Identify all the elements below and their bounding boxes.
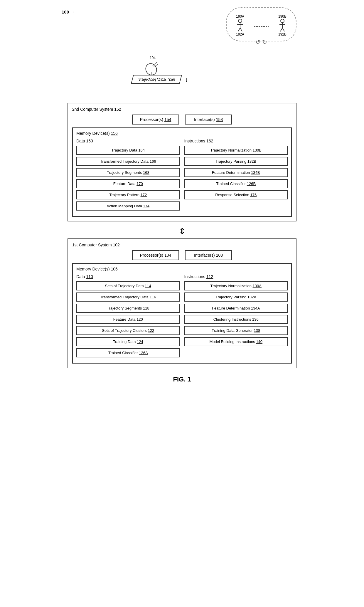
list-item: Trajectory Parsing 132A <box>184 292 288 302</box>
list-item: Trained Classifier 126A <box>76 348 180 357</box>
first-instructions-title: Instructions 112 <box>184 274 288 279</box>
first-system-top-row: Processor(s) 104 Interface(s) 108 <box>72 250 292 260</box>
list-item: Transformed Trajectory Data 166 <box>76 157 180 166</box>
list-item: Feature Data 120 <box>76 315 180 324</box>
page: 100 → 190A 192A <box>62 6 302 389</box>
second-instructions-title: Instructions 162 <box>184 139 288 143</box>
list-item: Trajectory Parsing 132B <box>184 157 288 166</box>
dashed-connector <box>254 25 269 28</box>
first-system-title: 1st Computer System 102 <box>72 243 292 247</box>
cloud-shape: 190A 192A <box>226 7 296 41</box>
double-arrow-icon: ⇕ <box>179 227 186 236</box>
first-memory-columns: Data 110 Sets of Trajectory Data 114Tran… <box>76 274 288 359</box>
svg-point-6 <box>281 19 284 23</box>
trajectory-data-top: Trajectory Data 196 ↓ <box>132 75 188 84</box>
trajectory-data-box: Trajectory Data 196 <box>131 75 182 84</box>
second-computer-system-box: 2nd Computer System 152 Processor(s) 154… <box>68 103 296 221</box>
first-processor-box: Processor(s) 104 <box>132 250 179 260</box>
list-item: Sets of Trajectory Data 114 <box>76 281 180 290</box>
second-memory-columns: Data 160 Trajectory Data 164Transformed … <box>76 139 288 213</box>
second-interface-box: Interface(s) 158 <box>185 115 232 125</box>
first-instructions-items-list: Trajectory Normalization 130ATrajectory … <box>184 281 288 346</box>
second-memory-box: Memory Device(s) 156 Data 160 Trajectory <box>72 127 292 217</box>
second-instructions-column: Instructions 162 Trajectory Normalizatio… <box>184 139 288 213</box>
first-data-items-list: Sets of Trajectory Data 114Transformed T… <box>76 281 180 357</box>
second-data-items-list: Trajectory Data 164Transformed Trajector… <box>76 146 180 211</box>
person-a-icon <box>236 19 245 32</box>
list-item: Sets of Trajectory Clusters 122 <box>76 326 180 335</box>
download-arrow-icon: ↓ <box>185 76 188 83</box>
list-item: Feature Data 170 <box>76 179 180 188</box>
list-item: Trajectory Normalization 130B <box>184 146 288 155</box>
list-item: Trajectory Data 164 <box>76 146 180 155</box>
second-system-top-row: Processor(s) 154 Interface(s) 158 <box>72 115 292 125</box>
svg-point-0 <box>238 19 242 23</box>
first-data-title: Data 110 <box>76 274 180 279</box>
list-item: Training Data 124 <box>76 337 180 346</box>
list-item: Trajectory Segments 168 <box>76 168 180 177</box>
second-memory-title: Memory Device(s) 156 <box>76 131 288 136</box>
second-data-column: Data 160 Trajectory Data 164Transformed … <box>76 139 180 213</box>
first-memory-box: Memory Device(s) 106 Data 110 Sets of Tr… <box>72 263 292 364</box>
first-memory-title: Memory Device(s) 106 <box>76 267 288 271</box>
dashed-line-icon <box>254 25 269 28</box>
svg-line-10 <box>282 28 284 31</box>
first-computer-system-box: 1st Computer System 102 Processor(s) 104… <box>68 238 296 368</box>
trajectory-data-label: Trajectory Data 196 <box>138 77 175 82</box>
person-b-icon <box>278 19 287 32</box>
list-item: Trajectory Normalization 130A <box>184 281 288 290</box>
list-item: Action Mapping Data 174 <box>76 201 180 211</box>
person-a: 190A 192A <box>236 14 245 36</box>
figures-inside: 190A 192A <box>231 14 291 36</box>
person-b: 190B 192B <box>278 14 287 36</box>
figure-caption: FIG. 1 <box>68 376 296 383</box>
second-system-title: 2nd Computer System 152 <box>72 107 292 112</box>
first-interface-box: Interface(s) 108 <box>185 250 232 260</box>
svg-line-3 <box>238 28 240 31</box>
second-data-title: Data 160 <box>76 139 180 143</box>
svg-line-9 <box>280 28 282 31</box>
svg-line-4 <box>240 28 242 31</box>
cloud-figures-area: 190A 192A <box>223 7 299 46</box>
list-item: Trajectory Segments 118 <box>76 304 180 313</box>
list-item: Response Selection 176 <box>184 190 288 199</box>
list-item: Training Data Generator 138 <box>184 326 288 335</box>
second-processor-box: Processor(s) 154 <box>132 115 179 125</box>
arrow-right-icon: → <box>70 9 75 15</box>
ref-100-label: 100 → <box>62 9 75 15</box>
first-data-column: Data 110 Sets of Trajectory Data 114Tran… <box>76 274 180 359</box>
second-instructions-items-list: Trajectory Normalization 130BTrajectory … <box>184 146 288 199</box>
list-item: Trained Classifier 126B <box>184 179 288 188</box>
first-instructions-column: Instructions 112 Trajectory Normalizatio… <box>184 274 288 359</box>
list-item: Feature Determination 134A <box>184 304 288 313</box>
list-item: Trajectory Pattern 172 <box>76 190 180 199</box>
list-item: Feature Determination 134B <box>184 168 288 177</box>
list-item: Clustering Instructions 136 <box>184 315 288 324</box>
list-item: Model Building Instructions 140 <box>184 337 288 346</box>
inter-system-arrow: ⇕ <box>68 227 296 236</box>
list-item: Transformed Trajectory Data 116 <box>76 292 180 302</box>
main-content: 2nd Computer System 152 Processor(s) 154… <box>68 103 296 383</box>
